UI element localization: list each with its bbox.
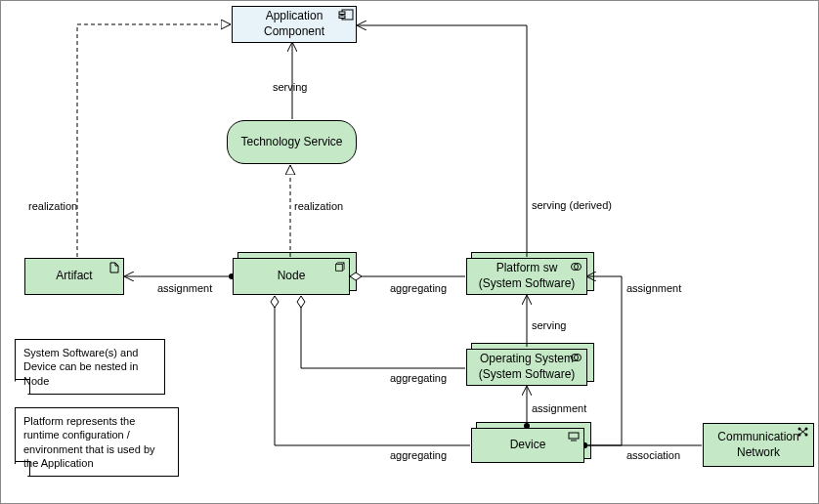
node-label: Application Component [264,9,324,39]
label-aggregating: aggregating [390,282,447,294]
node-label: Device [510,438,546,453]
svg-rect-15 [569,433,579,439]
network-icon [797,427,809,437]
label-assignment: assignment [532,402,586,414]
label-association: association [626,449,680,461]
label-serving: serving [532,319,566,331]
label-aggregating: aggregating [390,449,447,461]
system-software-icon [571,262,582,272]
node-label: Technology Service [240,135,342,150]
note-platform: Platform represents the runtime configur… [15,407,179,477]
device[interactable]: Device [471,428,584,463]
application-component[interactable]: Application Component [232,6,357,43]
technology-service[interactable]: Technology Service [227,120,357,164]
node-icon [333,262,345,273]
svg-rect-9 [339,12,345,15]
platform-sw[interactable]: Platform sw (System Software) [466,258,587,295]
label-serving: serving [273,81,307,93]
label-assignment: assignment [157,282,212,294]
label-serving-derived: serving (derived) [532,199,612,211]
label-assignment: assignment [626,282,681,294]
node-label: Node [278,269,306,284]
node-label: Communication Network [717,430,798,460]
artifact[interactable]: Artifact [24,258,124,295]
system-software-icon [571,353,582,362]
label-realization: realization [28,200,77,212]
note-nested: System Software(s) and Device can be nes… [15,339,165,395]
artifact-icon [109,262,119,273]
node-label: Artifact [56,269,92,284]
device-icon [568,432,580,441]
label-aggregating: aggregating [390,372,447,384]
operating-system[interactable]: Operating System (System Software) [466,349,587,386]
component-icon [338,9,354,21]
label-realization: realization [294,200,343,212]
node-label: Operating System (System Software) [479,352,576,382]
node-label: Platform sw (System Software) [479,261,576,291]
communication-network[interactable]: Communication Network [703,423,814,467]
node[interactable]: Node [233,258,350,295]
svg-rect-10 [339,16,345,19]
